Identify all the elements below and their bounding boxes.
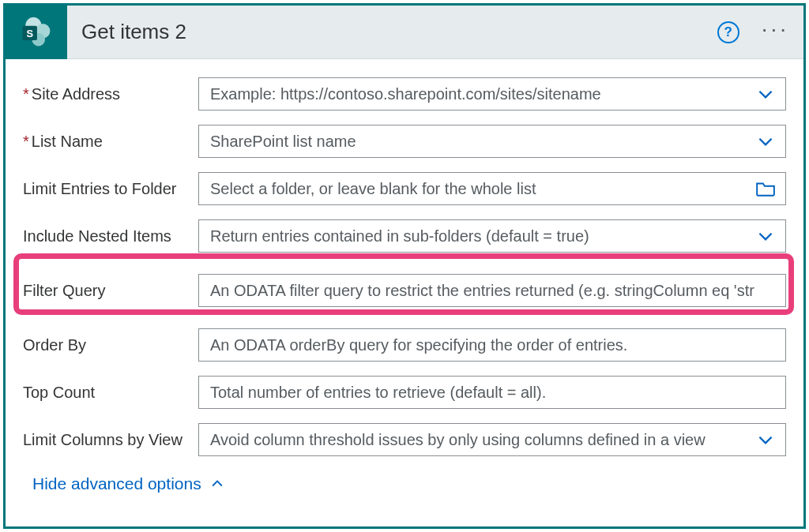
field-label: Limit Columns by View (23, 431, 198, 449)
chevron-down-icon (754, 131, 777, 152)
hide-advanced-options-link[interactable]: Hide advanced options (23, 463, 786, 493)
field-label: *List Name (23, 133, 198, 151)
field-row-limit-folder: Limit Entries to Folder Select a folder,… (23, 165, 786, 212)
field-row-include-nested: Include Nested Items Return entries cont… (23, 212, 786, 260)
limit-folder-input[interactable]: Select a folder, or leave blank for the … (198, 172, 786, 205)
placeholder-text: Avoid column threshold issues by only us… (210, 431, 754, 449)
field-label: Include Nested Items (23, 227, 198, 245)
order-by-input[interactable]: An ODATA orderBy query for specifying th… (198, 328, 786, 362)
placeholder-text: Select a folder, or leave blank for the … (210, 180, 754, 198)
sharepoint-icon: S (19, 15, 54, 50)
card-header: S Get items 2 ? ··· (6, 6, 803, 59)
limit-columns-dropdown[interactable]: Avoid column threshold issues by only us… (198, 423, 786, 456)
field-label: Order By (23, 336, 198, 354)
placeholder-text: An ODATA filter query to restrict the en… (210, 282, 777, 300)
chevron-down-icon (754, 84, 777, 104)
chevron-down-icon (754, 429, 777, 450)
field-label: *Site Address (23, 85, 198, 103)
field-row-list-name: *List Name SharePoint list name (23, 118, 786, 165)
field-row-filter-query: Filter Query An ODATA filter query to re… (23, 260, 786, 321)
field-row-order-by: Order By An ODATA orderBy query for spec… (23, 321, 786, 369)
list-name-dropdown[interactable]: SharePoint list name (198, 125, 786, 158)
advanced-options-label: Hide advanced options (32, 474, 201, 493)
placeholder-text: SharePoint list name (210, 133, 754, 151)
required-asterisk: * (23, 86, 29, 102)
placeholder-text: Total number of entries to retrieve (def… (210, 384, 777, 402)
site-address-dropdown[interactable]: Example: https://contoso.sharepoint.com/… (198, 77, 786, 111)
field-label: Top Count (23, 384, 198, 402)
include-nested-dropdown[interactable]: Return entries contained in sub-folders … (198, 219, 786, 253)
field-row-site-address: *Site Address Example: https://contoso.s… (23, 70, 786, 118)
connector-icon-wrap: S (6, 6, 67, 59)
chevron-down-icon (754, 226, 777, 246)
placeholder-text: Return entries contained in sub-folders … (210, 227, 754, 245)
help-button[interactable]: ? (717, 21, 739, 43)
required-asterisk: * (23, 133, 29, 149)
placeholder-text: An ODATA orderBy query for specifying th… (210, 336, 777, 354)
action-card: S Get items 2 ? ··· *Site Address Exampl… (3, 3, 806, 529)
filter-query-input[interactable]: An ODATA filter query to restrict the en… (198, 274, 786, 307)
top-count-input[interactable]: Total number of entries to retrieve (def… (198, 376, 786, 409)
svg-text:S: S (26, 27, 33, 39)
chevron-up-icon (209, 476, 225, 492)
field-row-top-count: Top Count Total number of entries to ret… (23, 369, 786, 416)
more-menu-button[interactable]: ··· (762, 17, 789, 48)
card-title[interactable]: Get items 2 (81, 20, 717, 44)
placeholder-text: Example: https://contoso.sharepoint.com/… (210, 85, 754, 103)
field-label: Filter Query (23, 282, 198, 300)
folder-picker-icon[interactable] (754, 180, 777, 197)
field-row-limit-columns: Limit Columns by View Avoid column thres… (23, 416, 786, 463)
card-body: *Site Address Example: https://contoso.s… (6, 59, 803, 501)
field-label: Limit Entries to Folder (23, 180, 198, 198)
